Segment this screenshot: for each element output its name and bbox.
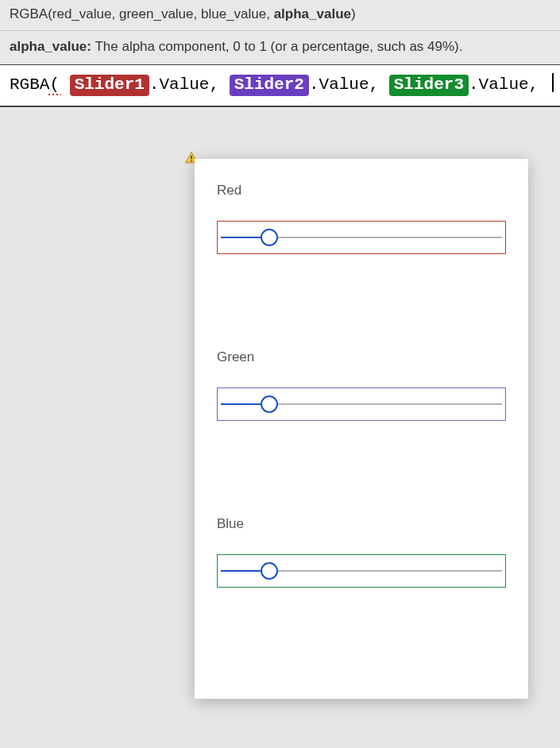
formula-prop-3: .Value bbox=[469, 75, 529, 94]
formula-prop-2: .Value bbox=[309, 75, 369, 94]
svg-rect-0 bbox=[191, 156, 192, 160]
formula-bar[interactable]: RGBA( Slider1.Value, Slider2.Value, Slid… bbox=[0, 65, 560, 107]
formula-ref-slider3[interactable]: Slider3 bbox=[389, 75, 469, 96]
formula-prop-1: .Value bbox=[149, 75, 210, 94]
screen-card[interactable]: Red Green Blue bbox=[195, 159, 528, 699]
formula-ref-slider1[interactable]: Slider1 bbox=[70, 75, 149, 96]
formula-ref-slider2[interactable]: Slider2 bbox=[230, 75, 309, 96]
slider-group-green: Green bbox=[217, 349, 506, 421]
formula-open-paren: ( bbox=[49, 75, 60, 94]
formula-function-name: RGBA bbox=[10, 75, 49, 94]
slider-red[interactable] bbox=[217, 221, 506, 254]
signature-suffix: ) bbox=[351, 6, 356, 21]
signature-active-param: alpha_value bbox=[274, 6, 351, 21]
slider-group-red: Red bbox=[217, 183, 506, 254]
intellisense-param-description: alpha_value: The alpha component, 0 to 1… bbox=[0, 31, 560, 65]
label-green: Green bbox=[217, 349, 506, 365]
slider-thumb[interactable] bbox=[261, 395, 278, 413]
formula-comma-3: , bbox=[529, 75, 539, 94]
svg-rect-1 bbox=[191, 160, 192, 162]
slider-thumb[interactable] bbox=[261, 562, 278, 580]
intellisense-signature: RGBA(red_value, green_value, blue_value,… bbox=[0, 0, 560, 31]
slider-thumb[interactable] bbox=[261, 229, 278, 246]
param-label: alpha_value: bbox=[10, 39, 91, 54]
signature-prefix: RGBA(red_value, green_value, blue_value, bbox=[10, 6, 274, 21]
param-desc-text: The alpha component, 0 to 1 (or a percen… bbox=[91, 39, 462, 54]
slider-green[interactable] bbox=[217, 387, 506, 421]
slider-blue[interactable] bbox=[217, 554, 506, 588]
text-caret bbox=[552, 73, 554, 92]
design-canvas[interactable]: Red Green Blue bbox=[0, 107, 560, 727]
label-red: Red bbox=[217, 183, 506, 199]
formula-comma-1: , bbox=[209, 75, 219, 94]
label-blue: Blue bbox=[217, 516, 506, 532]
formula-comma-2: , bbox=[369, 75, 380, 94]
slider-group-blue: Blue bbox=[217, 516, 506, 588]
